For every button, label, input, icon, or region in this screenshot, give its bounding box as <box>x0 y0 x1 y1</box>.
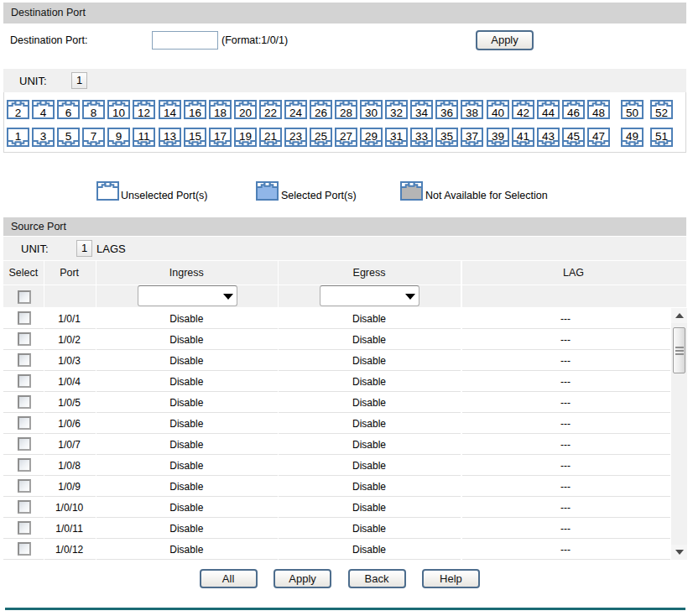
svg-text:3: 3 <box>40 130 47 143</box>
svg-text:51: 51 <box>655 130 668 143</box>
svg-text:33: 33 <box>415 130 428 143</box>
svg-text:14: 14 <box>163 106 176 118</box>
svg-text:26: 26 <box>315 106 327 118</box>
svg-text:36: 36 <box>440 106 453 118</box>
svg-text:37: 37 <box>466 130 478 143</box>
svg-text:21: 21 <box>264 130 277 143</box>
svg-text:2: 2 <box>15 106 22 118</box>
svg-text:41: 41 <box>517 130 529 143</box>
svg-text:27: 27 <box>340 130 352 143</box>
svg-text:46: 46 <box>567 106 580 118</box>
svg-text:22: 22 <box>264 106 277 118</box>
svg-text:7: 7 <box>91 130 97 143</box>
svg-text:4: 4 <box>40 106 47 118</box>
svg-text:17: 17 <box>214 130 227 143</box>
svg-text:11: 11 <box>138 130 150 143</box>
svg-text:34: 34 <box>415 106 429 118</box>
svg-text:8: 8 <box>91 106 97 118</box>
svg-text:39: 39 <box>491 130 503 143</box>
svg-text:45: 45 <box>567 130 580 143</box>
svg-text:19: 19 <box>239 130 252 143</box>
svg-text:52: 52 <box>655 106 668 118</box>
svg-text:25: 25 <box>315 130 327 143</box>
svg-text:20: 20 <box>239 106 252 118</box>
svg-text:16: 16 <box>189 106 201 118</box>
svg-text:28: 28 <box>340 106 352 118</box>
svg-text:44: 44 <box>542 106 555 118</box>
svg-text:42: 42 <box>517 106 529 118</box>
svg-text:12: 12 <box>138 106 150 118</box>
svg-text:40: 40 <box>491 106 503 118</box>
svg-text:38: 38 <box>466 106 478 118</box>
svg-text:43: 43 <box>542 130 555 143</box>
svg-text:31: 31 <box>390 130 403 143</box>
svg-text:18: 18 <box>214 106 227 118</box>
svg-text:35: 35 <box>440 130 453 143</box>
svg-text:1: 1 <box>15 130 22 143</box>
svg-text:13: 13 <box>163 130 175 143</box>
svg-text:5: 5 <box>65 130 72 143</box>
svg-text:50: 50 <box>626 106 638 118</box>
svg-text:24: 24 <box>289 106 303 118</box>
svg-text:49: 49 <box>626 130 638 143</box>
svg-text:47: 47 <box>592 130 605 143</box>
svg-text:30: 30 <box>365 106 378 118</box>
svg-text:6: 6 <box>65 106 72 118</box>
svg-text:32: 32 <box>390 106 403 118</box>
svg-text:29: 29 <box>365 130 378 143</box>
svg-text:9: 9 <box>116 130 122 143</box>
svg-text:48: 48 <box>592 106 605 118</box>
svg-text:23: 23 <box>289 130 302 143</box>
svg-text:10: 10 <box>112 106 125 118</box>
svg-text:15: 15 <box>189 130 201 143</box>
